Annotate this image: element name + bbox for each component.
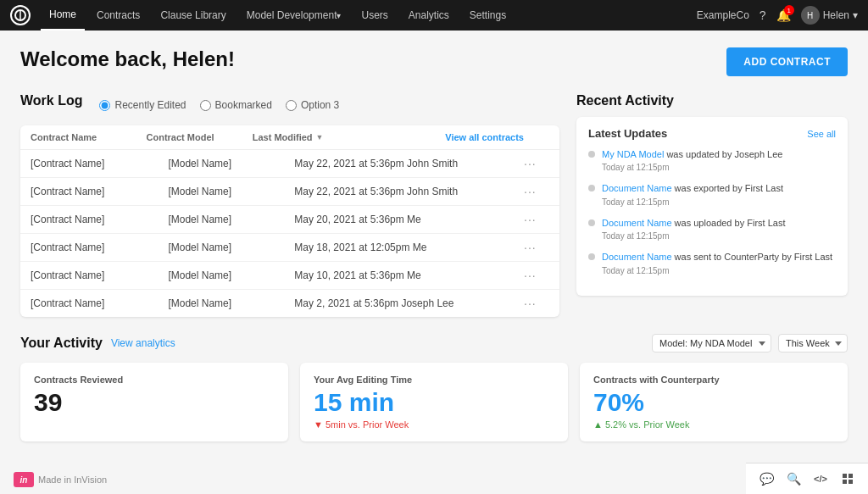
activity-text: Document Name was sent to CounterParty b… — [602, 251, 832, 264]
content-grid: Work Log Recently Edited Bookmarked Opti… — [20, 93, 848, 317]
activity-dot-icon — [588, 185, 595, 191]
user-menu[interactable]: H Helen ▾ — [801, 6, 858, 25]
activity-time: Today at 12:15pm — [602, 231, 785, 241]
activity-dot-icon — [588, 253, 595, 260]
table-row: [Contract Name] [Model Name] May 18, 202… — [20, 234, 559, 262]
table-row: [Contract Name] [Model Name] May 10, 202… — [20, 262, 559, 290]
time-select[interactable]: This Week — [778, 334, 848, 352]
activity-item: My NDA Model was updated by Joseph Lee T… — [588, 148, 836, 172]
metric-label: Contracts with Counterparty — [593, 375, 834, 385]
filter-bookmarked[interactable]: Bookmarked — [200, 99, 272, 111]
work-log-table: Contract Name Contract Model Last Modifi… — [20, 125, 559, 317]
row-more-btn[interactable]: ··· — [524, 157, 549, 170]
col-header-name: Contract Name — [31, 132, 147, 142]
metric-avg-editing-time: Your Avg Editing Time 15 min ▼ 5min vs. … — [300, 363, 568, 441]
your-activity-header: Your Activity View analytics Model: My N… — [20, 334, 848, 352]
metric-label: Contracts Reviewed — [34, 375, 275, 385]
model-select[interactable]: Model: My NDA Model — [652, 334, 771, 352]
nav-contracts[interactable]: Contracts — [88, 0, 148, 31]
nav-model-development[interactable]: Model Development — [238, 0, 350, 31]
your-activity-section: Your Activity View analytics Model: My N… — [20, 334, 848, 441]
main-content: Welcome back, Helen! ADD CONTRACT Work L… — [0, 31, 868, 458]
help-icon[interactable]: ? — [760, 8, 766, 22]
see-all-link[interactable]: See all — [807, 129, 836, 139]
activity-time: Today at 12:15pm — [602, 197, 783, 207]
recent-activity-section: Recent Activity Latest Updates See all M… — [576, 93, 848, 317]
table-header: Contract Name Contract Model Last Modifi… — [20, 125, 559, 150]
row-more-btn[interactable]: ··· — [524, 213, 549, 226]
sort-arrow-icon: ▼ — [316, 133, 324, 142]
nav-clause-library[interactable]: Clause Library — [152, 0, 234, 31]
metric-value: 15 min — [314, 388, 554, 416]
add-contract-button[interactable]: ADD CONTRACT — [726, 47, 848, 76]
notification-icon[interactable]: 🔔 1 — [776, 8, 791, 22]
activity-item: Document Name was exported by First Last… — [588, 182, 836, 206]
activity-text: Document Name was exported by First Last — [602, 182, 783, 195]
nav-settings[interactable]: Settings — [461, 0, 515, 31]
activity-item: Document Name was sent to CounterParty b… — [588, 251, 836, 275]
activity-dot-icon — [588, 219, 595, 226]
activity-card: Latest Updates See all My NDA Model was … — [576, 117, 848, 296]
table-row: [Contract Name] [Model Name] May 22, 202… — [20, 178, 559, 206]
filter-recently-edited[interactable]: Recently Edited — [99, 99, 186, 111]
company-name: ExampleCo — [697, 9, 749, 21]
col-header-model: Contract Model — [147, 132, 253, 142]
notification-badge: 1 — [784, 5, 794, 15]
your-activity-title: Your Activity — [20, 336, 103, 351]
row-more-btn[interactable]: ··· — [524, 269, 549, 282]
app-logo[interactable] — [10, 5, 31, 25]
metric-label: Your Avg Editing Time — [314, 375, 554, 385]
metric-value: 39 — [34, 388, 275, 416]
row-more-btn[interactable]: ··· — [524, 297, 549, 310]
activity-time: Today at 12:15pm — [602, 266, 832, 275]
activity-card-header: Latest Updates See all — [588, 127, 836, 140]
filter-radio-group: Recently Edited Bookmarked Option 3 — [99, 99, 339, 111]
activity-link[interactable]: Document Name — [602, 183, 672, 193]
view-all-contracts-link[interactable]: View all contracts — [445, 132, 524, 142]
metric-delta: ▼ 5min vs. Prior Week — [314, 419, 554, 430]
col-header-modified[interactable]: Last Modified ▼ — [253, 132, 446, 142]
filter-option3[interactable]: Option 3 — [286, 99, 339, 111]
activity-text: My NDA Model was updated by Joseph Lee — [602, 148, 782, 161]
metric-contracts-reviewed: Contracts Reviewed 39 — [20, 363, 288, 441]
activity-dot-icon — [588, 151, 595, 158]
work-log-section: Work Log Recently Edited Bookmarked Opti… — [20, 93, 559, 317]
metrics-grid: Contracts Reviewed 39 Your Avg Editing T… — [20, 363, 848, 441]
work-log-header: Work Log Recently Edited Bookmarked Opti… — [20, 93, 559, 117]
work-log-title: Work Log — [20, 93, 82, 108]
row-more-btn[interactable]: ··· — [524, 241, 549, 254]
recent-activity-title: Recent Activity — [576, 93, 848, 108]
activity-link[interactable]: Document Name — [602, 218, 672, 228]
header-row: Welcome back, Helen! ADD CONTRACT — [20, 47, 848, 76]
view-analytics-link[interactable]: View analytics — [111, 337, 175, 349]
nav-home[interactable]: Home — [41, 0, 85, 31]
avatar: H — [801, 6, 820, 25]
activity-item: Document Name was uploaded by First Last… — [588, 217, 836, 241]
nav-right: ExampleCo ? 🔔 1 H Helen ▾ — [697, 6, 858, 25]
activity-text: Document Name was uploaded by First Last — [602, 217, 785, 230]
nav-analytics[interactable]: Analytics — [400, 0, 458, 31]
metric-contracts-counterparty: Contracts with Counterparty 70% ▲ 5.2% v… — [580, 363, 848, 441]
metric-delta: ▲ 5.2% vs. Prior Week — [593, 419, 834, 430]
table-row: [Contract Name] [Model Name] May 20, 202… — [20, 206, 559, 234]
metric-value: 70% — [593, 388, 834, 416]
table-row: [Contract Name] [Model Name] May 22, 202… — [20, 150, 559, 178]
activity-link[interactable]: Document Name — [602, 252, 672, 262]
latest-updates-title: Latest Updates — [588, 127, 667, 140]
row-more-btn[interactable]: ··· — [524, 185, 549, 198]
nav-users[interactable]: Users — [353, 0, 396, 31]
navbar: Home Contracts Clause Library Model Deve… — [0, 0, 868, 31]
welcome-title: Welcome back, Helen! — [20, 47, 235, 71]
activity-controls: Model: My NDA Model This Week — [652, 334, 848, 352]
activity-link[interactable]: My NDA Model — [602, 149, 664, 159]
user-chevron-icon: ▾ — [853, 9, 858, 21]
activity-time: Today at 12:15pm — [602, 163, 782, 172]
user-name: Helen — [823, 9, 849, 21]
table-row: [Contract Name] [Model Name] May 2, 2021… — [20, 290, 559, 317]
